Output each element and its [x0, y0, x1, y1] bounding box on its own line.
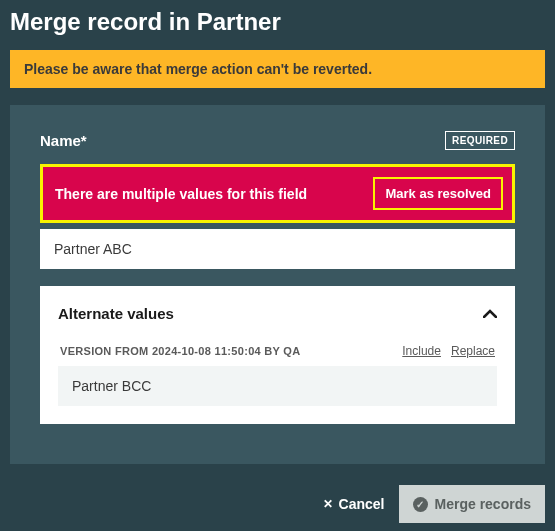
- version-actions: Include Replace: [402, 344, 495, 358]
- name-input[interactable]: [40, 229, 515, 269]
- alternate-title: Alternate values: [58, 305, 174, 322]
- footer: ✕ Cancel ✓ Merge records: [0, 475, 555, 531]
- required-badge: REQUIRED: [445, 131, 515, 150]
- alternate-values-panel: Alternate values VERSION FROM 2024-10-08…: [40, 286, 515, 424]
- warning-banner: Please be aware that merge action can't …: [10, 50, 545, 88]
- page-title: Merge record in Partner: [0, 0, 555, 50]
- conflict-bar: There are multiple values for this field…: [40, 164, 515, 223]
- alternate-value: Partner BCC: [58, 366, 497, 406]
- mark-resolved-button[interactable]: Mark as resolved: [373, 177, 503, 210]
- alternate-header[interactable]: Alternate values: [58, 304, 497, 344]
- replace-link[interactable]: Replace: [451, 344, 495, 358]
- cancel-button[interactable]: ✕ Cancel: [323, 496, 385, 512]
- conflict-message: There are multiple values for this field: [55, 186, 307, 202]
- include-link[interactable]: Include: [402, 344, 441, 358]
- version-row: VERSION FROM 2024-10-08 11:50:04 BY QA I…: [58, 344, 497, 366]
- version-label: VERSION FROM 2024-10-08 11:50:04 BY QA: [60, 345, 300, 357]
- check-circle-icon: ✓: [413, 497, 428, 512]
- merge-label: Merge records: [435, 496, 531, 512]
- main-panel: Name* REQUIRED There are multiple values…: [10, 105, 545, 464]
- close-icon: ✕: [323, 497, 333, 511]
- cancel-label: Cancel: [339, 496, 385, 512]
- field-header: Name* REQUIRED: [40, 131, 515, 150]
- chevron-up-icon: [483, 304, 497, 322]
- merge-records-button[interactable]: ✓ Merge records: [399, 485, 545, 523]
- field-label: Name*: [40, 132, 87, 149]
